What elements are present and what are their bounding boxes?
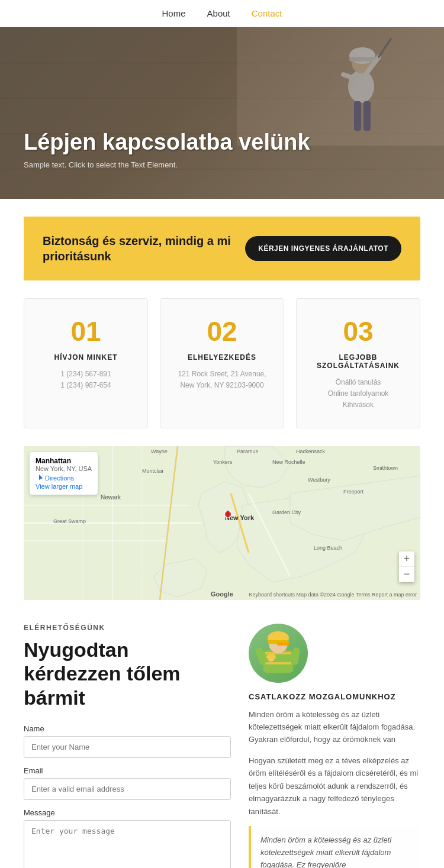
svg-text:Newark: Newark xyxy=(101,494,121,501)
svg-text:Garden City: Garden City xyxy=(272,509,301,515)
google-logo: Google xyxy=(211,591,233,598)
svg-rect-58 xyxy=(277,643,289,646)
message-label: Message xyxy=(24,808,231,817)
section-label: ELÉRHETŐSÉGÜNK xyxy=(24,624,231,632)
zoom-in-button[interactable]: + xyxy=(399,551,414,567)
name-label: Name xyxy=(24,724,231,733)
zoom-out-button[interactable]: − xyxy=(399,567,414,582)
card-1: 01 HÍVJON MINKET 1 (234) 567-8911 (234) … xyxy=(24,298,148,428)
yellow-banner: Biztonság és szerviz, mindig a mi priori… xyxy=(24,217,420,280)
info-cards: 01 HÍVJON MINKET 1 (234) 567-8911 (234) … xyxy=(24,298,420,428)
svg-text:Paramus: Paramus xyxy=(237,448,259,454)
hero-title: Lépjen kapcsolatba velünk xyxy=(24,130,310,156)
name-input[interactable] xyxy=(24,736,231,758)
svg-text:Westbury: Westbury xyxy=(308,477,330,483)
card-1-detail: 1 (234) 567-8911 (234) 987-654 xyxy=(36,369,136,391)
nav-contact[interactable]: Contact xyxy=(252,8,282,18)
card-3-title: LEGJOBB SZOLGÁLTATÁSAINK xyxy=(308,353,408,370)
svg-text:New Rochelle: New Rochelle xyxy=(272,459,305,465)
contact-info-panel: CSATLAKOZZ MOZGALOMUNKHOZ Minden öröm a … xyxy=(249,624,420,868)
card-3-num: 03 xyxy=(308,315,408,347)
hero-section: Lépjen kapcsolatba velünk Sample text. C… xyxy=(0,27,444,199)
card-3-detail: Önálló tanulásOnline tanfolyamokKihíváso… xyxy=(308,377,408,411)
nav-home[interactable]: Home xyxy=(162,8,186,18)
contact-heading: Nyugodtan kérdezzen tőlem bármit xyxy=(24,638,231,710)
svg-text:Hackensack: Hackensack xyxy=(296,448,326,454)
card-2-num: 02 xyxy=(172,315,272,347)
banner-text: Biztonság és szerviz, mindig a mi priori… xyxy=(43,233,244,264)
hero-overlay xyxy=(0,27,444,199)
directions-label: Directions xyxy=(45,475,74,482)
email-input[interactable] xyxy=(24,778,231,800)
svg-text:Yonkers: Yonkers xyxy=(213,459,233,465)
card-1-num: 01 xyxy=(36,315,136,347)
svg-point-60 xyxy=(266,654,276,660)
card-2: 02 ELHELYEZKEDÉS 121 Rock Sreet, 21 Aven… xyxy=(160,298,284,428)
map-popup-sub: New York, NY, USA xyxy=(36,465,92,472)
svg-text:Montclair: Montclair xyxy=(142,468,164,474)
message-textarea[interactable] xyxy=(24,820,231,868)
view-larger-map-link[interactable]: View larger map xyxy=(36,483,92,490)
svg-rect-57 xyxy=(290,647,300,666)
message-field-group: Message xyxy=(24,808,231,868)
right-panel-title: CSATLAKOZZ MOZGALOMUNKHOZ xyxy=(249,692,420,701)
contact-form-panel: ELÉRHETŐSÉGÜNK Nyugodtan kérdezzen tőlem… xyxy=(24,624,231,868)
map-popup-directions[interactable]: Directions xyxy=(36,475,92,482)
map-section: New York Newark Great Swamp Garden City … xyxy=(24,446,420,600)
email-label: Email xyxy=(24,766,231,775)
navigation: Home About Contact xyxy=(0,0,444,27)
card-1-title: HÍVJON MINKET xyxy=(36,353,136,362)
card-3: 03 LEGJOBB SZOLGÁLTATÁSAINK Önálló tanul… xyxy=(296,298,420,428)
hero-subtitle: Sample text. Click to select the Text El… xyxy=(24,160,310,169)
right-panel-body2: Hogyan született meg ez a téves elképzel… xyxy=(249,754,420,818)
contact-section: ELÉRHETŐSÉGÜNK Nyugodtan kérdezzen tőlem… xyxy=(24,624,420,868)
map-popup: Manhattan New York, NY, USA Directions V… xyxy=(30,452,98,495)
directions-icon xyxy=(36,475,43,482)
svg-text:Freeport: Freeport xyxy=(343,489,364,495)
svg-text:Long Beach: Long Beach xyxy=(314,545,342,551)
right-panel-body1: Minden öröm a kötelesség és az üzleti kö… xyxy=(249,708,420,746)
card-2-title: ELHELYEZKEDÉS xyxy=(172,353,272,362)
svg-text:Wayne: Wayne xyxy=(151,448,168,454)
svg-text:Great Swamp: Great Swamp xyxy=(53,518,86,524)
map-container[interactable]: New York Newark Great Swamp Garden City … xyxy=(24,446,420,600)
map-footer-text: Keyboard shortcuts Map data ©2024 Google… xyxy=(249,592,417,598)
map-popup-title: Manhattan xyxy=(36,457,92,465)
nav-about[interactable]: About xyxy=(207,8,230,18)
quote-box: Minden öröm a kötelesség és az üzleti kö… xyxy=(249,826,420,868)
hero-content: Lépjen kapcsolatba velünk Sample text. C… xyxy=(24,130,310,169)
avatar xyxy=(249,624,308,683)
cta-button[interactable]: KÉRJEN INGYENES ÁRAJÁNLATOT xyxy=(245,236,401,261)
map-controls: + − xyxy=(399,551,414,582)
name-field-group: Name xyxy=(24,724,231,758)
svg-text:Smithtown: Smithtown xyxy=(373,465,398,471)
worker-avatar-svg xyxy=(255,630,302,677)
svg-rect-52 xyxy=(265,662,291,664)
email-field-group: Email xyxy=(24,766,231,800)
card-2-detail: 121 Rock Sreet, 21 Avenue,New York, NY 9… xyxy=(172,369,272,391)
